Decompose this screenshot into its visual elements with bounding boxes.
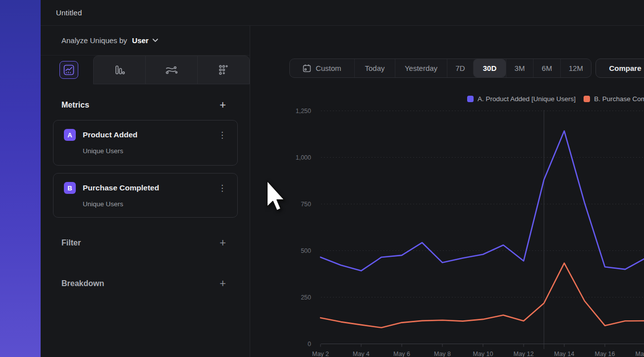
metric-badge: A xyxy=(64,129,76,141)
y-axis-tick-label: 1,000 xyxy=(296,154,311,161)
flow-waves-icon xyxy=(165,64,178,76)
tab-flow[interactable] xyxy=(145,56,197,84)
breakdown-heading: Breakdown xyxy=(61,279,104,288)
metrics-heading: Metrics xyxy=(61,101,89,110)
metric-badge: B xyxy=(64,182,76,194)
y-axis-tick-label: 500 xyxy=(301,247,311,254)
chevron-down-icon[interactable] xyxy=(152,38,159,43)
metric-card[interactable]: BPurchase Completed⋮Unique Users xyxy=(53,173,238,218)
add-filter-button[interactable]: + xyxy=(219,239,226,246)
x-axis-tick-label: May 2 xyxy=(312,351,329,357)
kebab-menu-icon[interactable]: ⋮ xyxy=(216,131,228,139)
inactive-tab-strip xyxy=(93,56,250,84)
x-axis-tick-label: May 4 xyxy=(353,351,370,357)
y-axis-tick-label: 750 xyxy=(301,201,311,208)
x-axis-tick-label: May 10 xyxy=(473,351,493,357)
filter-heading: Filter xyxy=(61,238,81,247)
y-axis-tick-label: 1,250 xyxy=(296,108,311,115)
line-chart-icon xyxy=(59,61,78,79)
breakdown-row: Breakdown + xyxy=(41,279,250,288)
x-axis-tick-label: May 6 xyxy=(393,351,410,357)
mouse-cursor xyxy=(266,180,286,212)
y-axis-tick-label: 250 xyxy=(301,294,311,301)
metric-subtitle: Unique Users xyxy=(83,200,228,208)
metric-title: Purchase Completed xyxy=(83,183,216,192)
document-title[interactable]: Untitled xyxy=(56,8,82,17)
filter-row: Filter + xyxy=(41,238,250,247)
analyze-by-row: Analyze Uniques by User xyxy=(41,26,250,56)
analyze-by-label: Analyze Uniques by xyxy=(61,36,127,45)
tab-line-chart[interactable] xyxy=(41,56,93,84)
top-bar: Untitled xyxy=(41,0,644,26)
x-axis-tick-label: May 18 xyxy=(636,351,644,357)
metric-title: Product Added xyxy=(83,130,216,139)
metric-card-list: AProduct Added⋮Unique UsersBPurchase Com… xyxy=(41,120,250,218)
analyze-by-select[interactable]: User xyxy=(132,36,149,45)
chart-panel: CustomTodayYesterday7D30D3M6M12M Compare… xyxy=(250,26,644,357)
chart-type-tabs xyxy=(41,56,250,84)
metrics-header: Metrics + xyxy=(41,101,250,110)
x-axis-tick-label: May 14 xyxy=(554,351,575,357)
add-breakdown-button[interactable]: + xyxy=(219,280,226,287)
decorative-gradient-strip xyxy=(0,0,41,357)
series-line xyxy=(321,131,644,271)
x-axis-tick-label: May 16 xyxy=(595,351,615,357)
add-metric-button[interactable]: + xyxy=(219,102,226,109)
metric-card[interactable]: AProduct Added⋮Unique Users xyxy=(53,120,238,166)
x-axis-tick-label: May 8 xyxy=(434,351,451,357)
tab-bar-chart[interactable] xyxy=(94,56,145,84)
query-sidebar: Analyze Uniques by User xyxy=(41,26,250,357)
kebab-menu-icon[interactable]: ⋮ xyxy=(216,184,228,192)
series-line xyxy=(321,263,644,328)
tab-matrix[interactable] xyxy=(197,56,249,84)
y-axis-tick-label: 0 xyxy=(308,341,311,348)
metric-subtitle: Unique Users xyxy=(83,147,228,155)
dot-grid-icon xyxy=(217,64,229,76)
line-chart[interactable]: 02505007501,0001,250May 2May 4May 6May 8… xyxy=(250,26,644,357)
x-axis-tick-label: May 12 xyxy=(514,351,534,357)
bar-chart-icon xyxy=(113,64,125,76)
